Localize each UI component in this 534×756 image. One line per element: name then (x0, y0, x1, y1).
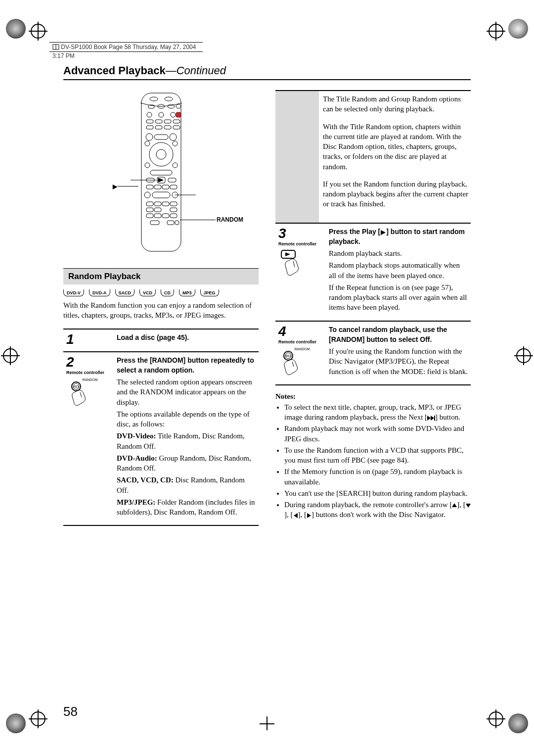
svg-rect-53 (150, 221, 159, 225)
hand-press-icon: RD (278, 351, 308, 376)
step-text: Random playback stops automatically when… (329, 260, 469, 281)
svg-text:RD: RD (74, 385, 79, 388)
section-heading-random-playback: Random Playback (63, 268, 259, 284)
notes-heading: Notes: (275, 392, 471, 401)
collation-dot (508, 19, 528, 39)
callout-play-icon: ▶ (113, 183, 117, 190)
notes-list: To select the next title, chapter, group… (275, 402, 471, 520)
format-badge: MP3 (179, 289, 195, 296)
step-number: 3 (278, 227, 326, 240)
format-badge: JPEG (200, 289, 219, 296)
format-badge: VCD (139, 289, 156, 296)
format-badge: DVD-V (63, 289, 84, 296)
step-instruction: To cancel random playback, use the [RAND… (329, 326, 447, 343)
svg-rect-52 (170, 214, 177, 218)
svg-marker-76 (307, 513, 311, 518)
random-button-icon: RANDOM RD (66, 378, 114, 408)
body-text: If you set the Random function during pl… (323, 179, 469, 209)
svg-rect-12 (176, 112, 181, 117)
step-text: If the Repeat function is on (see page 5… (329, 283, 469, 313)
note-item: If the Memory function is on (page 59), … (284, 467, 471, 487)
arrow-down-icon (466, 503, 471, 508)
svg-line-69 (292, 362, 294, 367)
svg-point-8 (176, 104, 181, 108)
svg-point-39 (144, 192, 150, 198)
format-badges: DVD-V DVD-A SACD VCD CD MP3 JPEG (63, 289, 259, 296)
svg-point-26 (145, 141, 150, 146)
svg-rect-16 (173, 120, 180, 123)
svg-text:RD: RD (286, 354, 291, 358)
svg-rect-2 (141, 93, 181, 251)
hand-press-icon: RD (66, 381, 96, 406)
svg-rect-44 (162, 202, 169, 206)
svg-point-23 (170, 134, 177, 141)
step-text: If you're using the Random function with… (329, 346, 469, 377)
reg-mark (31, 24, 45, 39)
step-instruction: Press the Play [] button to start random… (329, 228, 465, 245)
reg-mark (3, 348, 18, 363)
svg-rect-43 (154, 202, 161, 206)
section-intro: With the Random function you can enjoy a… (63, 300, 259, 321)
step-number: 2 (66, 355, 114, 369)
svg-rect-14 (155, 120, 162, 123)
step-source-label: Remote controller (278, 241, 326, 246)
imposition-header: DV-SP1000 Book Page 58 Thursday, May 27,… (49, 42, 203, 52)
step-text: The selected random option appears onscr… (117, 377, 257, 407)
svg-rect-19 (164, 126, 171, 129)
step-source-label: Remote controller (66, 370, 114, 375)
svg-rect-35 (146, 185, 153, 189)
svg-point-9 (147, 112, 152, 117)
svg-line-61 (80, 392, 82, 397)
play-icon (380, 230, 386, 235)
svg-marker-70 (427, 416, 431, 421)
svg-rect-49 (146, 214, 153, 218)
svg-rect-45 (170, 202, 177, 206)
book-icon (52, 44, 59, 50)
svg-marker-63 (285, 252, 290, 256)
reg-mark (489, 24, 503, 39)
step-row: 3 Remote controller Press the Play [] bu… (275, 223, 471, 321)
svg-rect-18 (155, 126, 162, 129)
svg-point-10 (159, 112, 164, 117)
svg-rect-22 (154, 135, 168, 140)
svg-rect-37 (162, 185, 169, 189)
svg-point-29 (173, 163, 178, 168)
arrow-right-icon (307, 513, 312, 518)
svg-point-24 (149, 142, 173, 166)
callout-random-label: RANDOM (217, 216, 243, 223)
arrow-left-icon (293, 513, 298, 518)
svg-rect-51 (162, 214, 169, 218)
svg-marker-73 (452, 503, 457, 507)
step-row: 1 Load a disc (page 45). (63, 329, 259, 351)
note-item: Random playback may not work with some D… (284, 424, 471, 444)
page-number: 58 (63, 704, 78, 719)
svg-point-11 (171, 112, 176, 117)
body-text: With the Title Random option, chapters w… (323, 122, 469, 172)
step-instruction: Press the [RANDOM] button repeatedly to … (117, 356, 254, 374)
step-source-label: Remote controller (278, 339, 326, 344)
svg-line-64 (293, 261, 295, 267)
svg-marker-74 (466, 504, 471, 508)
note-item: You can't use the [SEARCH] button during… (284, 488, 471, 498)
collation-dot (508, 713, 528, 733)
step-text: DVD-Audio: Group Random, Disc Random, Ra… (117, 453, 257, 473)
note-item: During random playback, the remote contr… (284, 500, 471, 520)
svg-point-27 (173, 141, 178, 146)
format-badge: SACD (115, 289, 135, 296)
svg-rect-17 (146, 126, 153, 129)
reg-mark (31, 711, 45, 726)
step-instruction: Load a disc (page 45). (117, 333, 189, 341)
format-badge: CD (161, 289, 174, 296)
svg-point-7 (168, 104, 175, 108)
page-title: Advanced Playback—Continued (63, 64, 471, 80)
svg-rect-48 (170, 208, 177, 212)
svg-rect-36 (154, 185, 161, 189)
callout-leader (118, 186, 138, 187)
reg-mark (516, 348, 531, 363)
svg-marker-33 (158, 178, 163, 182)
svg-rect-46 (146, 208, 153, 212)
svg-marker-75 (294, 513, 298, 518)
svg-rect-38 (170, 185, 177, 189)
step-text: Random playback starts. (329, 248, 469, 258)
step-row: 4 Remote controller RANDOM RD (275, 321, 471, 385)
